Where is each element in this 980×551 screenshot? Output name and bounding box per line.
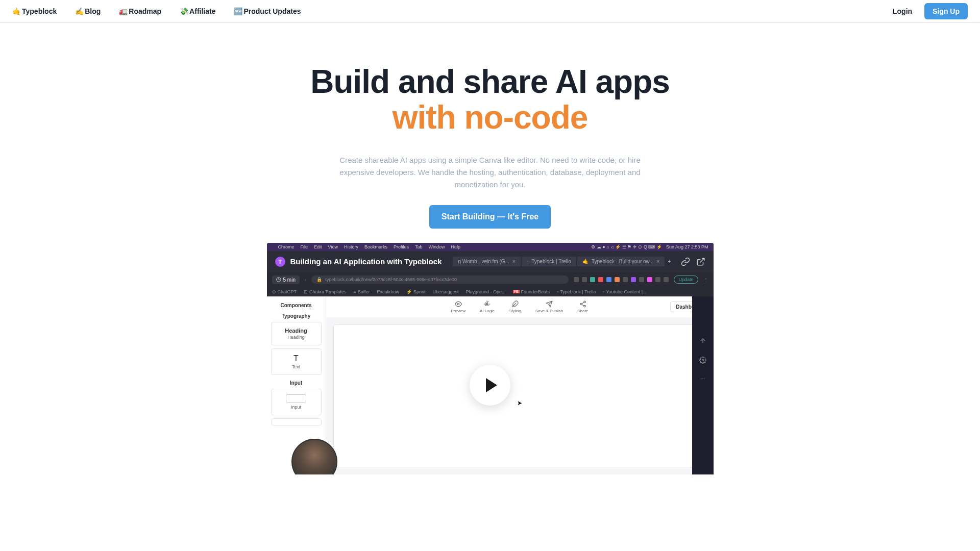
hero-section: Build and share AI apps with no-code Cre… <box>184 23 796 495</box>
tab-1-label: g Womb - vein.fm (G... <box>458 259 509 264</box>
ext-icon-11 <box>655 277 660 282</box>
roadmap-emoji: 🚛 <box>119 7 128 15</box>
browser-extension-icons <box>574 277 669 282</box>
tab-3-label: Typeblock - Build your ow... <box>592 259 654 264</box>
browser-menu-icon: ⋮ <box>703 277 708 283</box>
mac-menu-edit: Edit <box>314 244 322 249</box>
svg-line-10 <box>582 305 584 306</box>
input-component-card: Input <box>271 389 322 415</box>
bookmarks-bar: ⊙ChatGPT ⊡Chakra Templates ≡Buffer Excal… <box>267 287 714 296</box>
canvas-area <box>326 317 714 474</box>
signup-button[interactable]: Sign Up <box>924 3 968 19</box>
ext-icon-10 <box>647 277 652 282</box>
url-text: typeblock.co/build/new/2e78dc8f-504c-456… <box>325 277 457 282</box>
gear-icon <box>483 300 491 308</box>
browser-tab-1: g Womb - vein.fm (G... × <box>453 257 520 266</box>
bookmark-founderbeats: FBFounderBeats <box>513 289 550 294</box>
bookmark-buffer: ≡Buffer <box>353 289 370 294</box>
play-button[interactable] <box>470 365 510 406</box>
mac-menu-history: History <box>344 244 358 249</box>
nav-arrow-left: ‹ <box>305 277 306 283</box>
send-icon <box>546 300 553 308</box>
hero-title-line1: Build and share AI apps <box>310 63 670 100</box>
text-icon: T <box>274 354 319 363</box>
mac-menu-right: ⚙ ☁ ● ⌂ ♫ ⚡ ☰ ⚑ ✈ ⊙ Q ⌨ ⚡ Sun Aug 27 2:5… <box>591 244 708 249</box>
tab-1-close: × <box>512 259 516 264</box>
bookmark-youtube: ▫Youtube Content |... <box>603 289 646 294</box>
browser-tabs: g Womb - vein.fm (G... × ▫ Typeblock | T… <box>453 257 673 266</box>
toolbar-share: Share <box>577 300 588 313</box>
arrow-up-icon <box>699 337 706 344</box>
login-link[interactable]: Login <box>893 7 912 15</box>
video-badge: T <box>275 257 285 267</box>
video-header-icons <box>681 257 705 266</box>
mac-menu-left: Chrome File Edit View History Bookmarks … <box>272 244 461 249</box>
nav-roadmap[interactable]: 🚛 Roadmap <box>119 7 161 15</box>
mac-menu-profiles: Profiles <box>394 244 409 249</box>
logo-link[interactable]: 🤙 Typeblock <box>12 7 57 15</box>
play-icon <box>486 378 497 392</box>
toolbar-styling-label: Styling <box>509 309 521 313</box>
svg-point-9 <box>584 305 586 307</box>
ext-icon-1 <box>574 277 579 282</box>
new-tab-button: + <box>666 257 673 266</box>
nav-right: Login Sign Up <box>893 3 968 19</box>
nav-product-updates[interactable]: 🆕 Product Updates <box>234 7 301 15</box>
mac-menu-help: Help <box>451 244 460 249</box>
typography-heading: Typography <box>271 313 322 319</box>
duration-text: 5 min <box>283 277 296 283</box>
ext-icon-9 <box>639 277 644 282</box>
ext-icon-5 <box>606 277 611 282</box>
editor-toolbar: Preview AI Logic Styling Save & Publish <box>326 296 714 317</box>
toolbar-preview: Preview <box>451 300 465 313</box>
ext-icon-7 <box>623 277 628 282</box>
nav-affiliate[interactable]: 💸 Affiliate <box>180 7 215 15</box>
svg-line-11 <box>582 303 584 304</box>
nav-left: 🤙 Typeblock ✍️ Blog 🚛 Roadmap 💸 Affiliat… <box>12 7 301 15</box>
cta-button[interactable]: Start Building — It's Free <box>429 205 551 229</box>
browser-bar: 5 min ‹ 🔒 typeblock.co/build/new/2e78dc8… <box>267 272 714 287</box>
toolbar-styling: Styling <box>509 300 521 313</box>
bookmark-chatgpt: ⊙ChatGPT <box>272 289 297 294</box>
updates-emoji: 🆕 <box>234 7 242 15</box>
canvas-box <box>333 324 706 467</box>
nav-blog[interactable]: ✍️ Blog <box>75 7 101 15</box>
video-title: Building an AI Application with Typebloc… <box>290 257 442 266</box>
bookmark-playground: Playground - Ope... <box>466 289 506 294</box>
blog-label: Blog <box>85 7 101 15</box>
hero-title-accent: with no-code <box>194 99 786 135</box>
svg-point-8 <box>580 303 582 305</box>
bookmark-ubersuggest: Ubersuggest <box>433 289 459 294</box>
roadmap-label: Roadmap <box>129 7 161 15</box>
mac-time: Sun Aug 27 2:53 PM <box>666 244 708 249</box>
sidebar-heading: Components <box>271 303 322 308</box>
toolbar-preview-label: Preview <box>451 309 465 313</box>
affiliate-emoji: 💸 <box>180 7 188 15</box>
url-bar: 🔒 typeblock.co/build/new/2e78dc8f-504c-4… <box>311 276 569 284</box>
bookmark-typeblock-trello: ▫Typeblock | Trello <box>557 289 596 294</box>
tab-2-favicon: ▫ <box>527 259 529 264</box>
clock-icon <box>276 277 281 282</box>
mac-menu-bookmarks: Bookmarks <box>364 244 387 249</box>
svg-point-2 <box>457 303 459 305</box>
lock-icon: 🔒 <box>316 277 322 282</box>
toolbar-ai-logic-label: AI Logic <box>480 309 495 313</box>
svg-point-13 <box>702 359 704 361</box>
updates-label: Product Updates <box>243 7 301 15</box>
logo-emoji: 🤙 <box>12 7 21 15</box>
logo-text: Typeblock <box>22 7 57 15</box>
link-icon <box>681 257 690 266</box>
cursor-pointer: ➤ <box>517 399 522 407</box>
more-icon: ⋯ <box>700 376 705 382</box>
blog-emoji: ✍️ <box>75 7 84 15</box>
video-container: Chrome File Edit View History Bookmarks … <box>267 243 714 474</box>
text-component-card: T Text <box>271 348 322 375</box>
heading-card-sub: Heading <box>274 335 319 340</box>
toolbar-save-label: Save & Publish <box>535 309 563 313</box>
mac-menu-tab: Tab <box>415 244 423 249</box>
heading-card-title: Heading <box>274 328 319 334</box>
affiliate-label: Affiliate <box>189 7 215 15</box>
svg-point-7 <box>584 301 586 303</box>
heading-component-card: Heading Heading <box>271 322 322 345</box>
tab-3-close: × <box>657 259 660 264</box>
